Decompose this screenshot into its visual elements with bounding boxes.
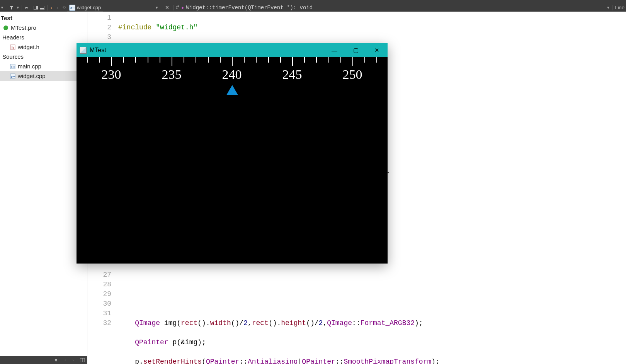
ruler-tick-major	[292, 57, 293, 66]
svg-text:h: h	[12, 46, 14, 49]
ruler-tick-minor	[220, 57, 221, 63]
app-title: MTest	[90, 47, 106, 54]
nav-forward-icon[interactable]: ›	[54, 5, 61, 10]
code-line: QImage img(rect().width()/2,rect().heigh…	[118, 318, 626, 328]
nav-related-icon[interactable]: ⟲	[61, 5, 67, 10]
ruler-tick-minor	[87, 57, 88, 63]
sidebar-footer: ▼ ‹ ›	[0, 356, 87, 364]
close-tab-icon[interactable]: ✕	[165, 5, 169, 10]
ruler-tick-minor	[316, 57, 317, 63]
ruler-label: 230	[102, 67, 121, 82]
h-file-icon: h	[9, 44, 16, 50]
nav-back-icon[interactable]: ‹	[48, 5, 54, 10]
ruler-tick-major	[352, 57, 353, 66]
svg-point-5	[3, 26, 8, 30]
project-pro-file[interactable]: MTest.pro	[0, 23, 87, 32]
cpp-file-icon: c++	[9, 64, 16, 69]
ruler-tick-minor	[304, 57, 305, 63]
ruler-label: 245	[282, 67, 302, 82]
ruler-tick-minor	[340, 57, 341, 63]
nav-back-small-icon[interactable]: ‹	[62, 357, 68, 363]
source-file-main[interactable]: c++ main.cpp	[0, 61, 87, 71]
ruler-tick-minor	[99, 57, 100, 63]
ruler-tick-minor	[328, 57, 329, 63]
ruler-tick-minor	[160, 57, 160, 63]
line-indicator[interactable]: Line	[613, 5, 626, 10]
symbol-dropdown-icon[interactable]: ▼	[607, 6, 610, 10]
ruler-tick-minor	[376, 57, 377, 63]
headers-folder[interactable]: Headers	[0, 32, 87, 42]
dropdown-icon[interactable]: ▼	[0, 6, 4, 10]
resize-horizontal-cursor-icon: ↔	[384, 169, 390, 175]
cpp-file-icon: c++	[69, 5, 75, 11]
svg-rect-3	[40, 8, 44, 9]
ruler-tick-minor	[196, 57, 196, 63]
split-right-icon[interactable]	[33, 5, 38, 11]
ruler-label: 240	[222, 67, 242, 82]
app-icon	[80, 47, 87, 54]
ruler-tick-minor	[364, 57, 365, 63]
ruler-label: 250	[343, 67, 362, 82]
ruler-tick-minor	[256, 57, 257, 63]
ruler-pointer-icon	[226, 85, 238, 95]
ruler-tick-major	[232, 57, 233, 66]
svg-text:c++: c++	[11, 75, 15, 78]
minimize-button[interactable]: —	[324, 43, 345, 57]
running-app-window[interactable]: MTest — ▢ ✕ 230235240245250	[77, 43, 388, 264]
filter-icon[interactable]	[8, 5, 15, 11]
ruler-tick-minor	[280, 57, 281, 63]
sources-folder[interactable]: Sources	[0, 52, 87, 61]
nav-forward-small-icon[interactable]: ›	[70, 357, 76, 363]
svg-text:c++: c++	[70, 6, 75, 10]
svg-text:c++: c++	[11, 66, 15, 68]
ruler-tick-minor	[123, 57, 124, 63]
method-icon: ◆	[181, 5, 184, 10]
ruler-tick-major	[111, 57, 112, 66]
qt-project-icon	[2, 25, 9, 31]
cpp-file-icon: c++	[9, 73, 16, 79]
hash-icon: #	[176, 5, 179, 11]
ruler-tick-minor	[135, 57, 136, 63]
link-icon[interactable]	[24, 5, 29, 11]
ruler-tick-minor	[208, 57, 209, 63]
code-line: #include "widget.h"	[118, 23, 626, 32]
project-root[interactable]: Test	[0, 13, 87, 23]
source-file-widget[interactable]: c++ widget.cpp	[0, 71, 87, 81]
code-line: QPainter p(&img);	[118, 338, 626, 347]
ruler-tick-minor	[268, 57, 269, 63]
app-body: 230235240245250	[77, 57, 388, 264]
app-titlebar[interactable]: MTest — ▢ ✕	[77, 43, 388, 57]
ruler-label: 235	[162, 67, 182, 82]
ruler-tick-minor	[244, 57, 245, 63]
ruler-tick-minor	[148, 57, 148, 63]
symbol-label: Widget::timerEvent(QTimerEvent *): void	[186, 5, 313, 11]
tab-dropdown-icon[interactable]: ▼	[155, 6, 158, 10]
active-file-tab[interactable]: c++ widget.cpp	[67, 4, 103, 12]
editor-toolbar: ▼ ▼ ‹ › ⟲ c++ widget.cpp ▼ ✕ # ◆ Widget:…	[0, 4, 626, 12]
ruler-tick-major	[172, 57, 172, 66]
header-file[interactable]: h widget.h	[0, 42, 87, 52]
svg-rect-1	[36, 6, 38, 9]
file-tab-label: widget.cpp	[77, 5, 101, 10]
project-sidebar: Test MTest.pro Headers h widget.h Source…	[0, 12, 87, 364]
code-line: p.setRenderHints(QPainter::Antialiasing|…	[118, 357, 626, 364]
split-icon[interactable]	[79, 357, 85, 363]
footer-dropdown-icon[interactable]: ▼	[53, 357, 59, 363]
close-button[interactable]: ✕	[366, 43, 388, 57]
ruler-tick-minor	[184, 57, 184, 63]
dropdown-icon[interactable]: ▼	[16, 6, 20, 10]
split-bottom-icon[interactable]	[40, 5, 45, 11]
symbol-selector[interactable]: # ◆ Widget::timerEvent(QTimerEvent *): v…	[174, 5, 605, 11]
maximize-button[interactable]: ▢	[345, 43, 366, 57]
